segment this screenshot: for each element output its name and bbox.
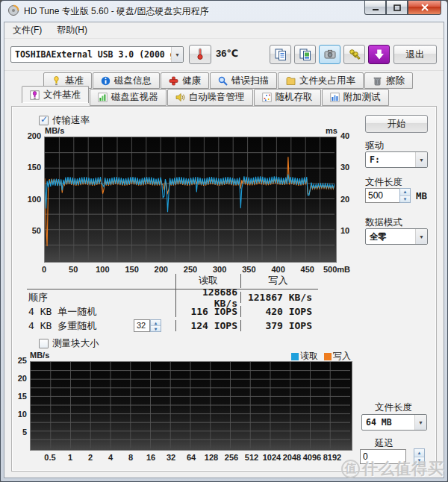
file-length2-label: 文件长度: [375, 401, 412, 414]
minimize-button[interactable]: [364, 1, 386, 15]
close-button[interactable]: [408, 1, 441, 15]
file-benchmark-panel: 传输速率 MB/s ms 200150100504030201005010015…: [11, 106, 437, 472]
tab-label: 擦除: [386, 75, 405, 87]
chart1-ylabel-right: ms: [326, 126, 337, 135]
extra-tests-icon: [330, 93, 340, 102]
tab-disk-info[interactable]: 磁盘信息: [93, 72, 160, 89]
file-length-input[interactable]: [365, 188, 399, 203]
transfer-rate-chart: [44, 137, 337, 263]
watermark-text: 什么值得买: [362, 458, 444, 479]
download-arrow-icon: [373, 48, 386, 61]
magnifier-icon: [218, 76, 228, 86]
menu-item-help[interactable]: 帮助(H): [50, 22, 94, 38]
tab-health[interactable]: 健康: [161, 72, 209, 89]
tab-random-access[interactable]: 随机存取: [254, 89, 321, 106]
stepper-arrows[interactable]: ▲▼: [150, 319, 161, 332]
checkbox-checked-icon: [39, 116, 49, 125]
drive-select[interactable]: TOSHIBAExternal USB 3.0 (2000 gB) ▼: [10, 46, 184, 63]
app-icon: [7, 4, 19, 19]
drive-select-value: TOSHIBAExternal USB 3.0 (2000 gB): [11, 49, 171, 60]
xtick: 100: [86, 265, 119, 274]
write-value: 379 IOPS: [240, 320, 315, 331]
tab-label: 文件基准: [43, 89, 81, 101]
block-size-checkbox[interactable]: 测量块大小: [39, 337, 99, 350]
xtick: 0: [28, 265, 60, 274]
down-arrow-icon[interactable]: ▼: [400, 196, 410, 203]
col-write: 写入: [240, 274, 315, 288]
tab-label: 健康: [182, 75, 201, 87]
row-label: 4 KB 单一随机: [27, 305, 175, 319]
up-arrow-icon[interactable]: ▲: [400, 189, 410, 196]
xtick: 250: [174, 265, 207, 274]
file-length2-select[interactable]: 64 MB ▼: [361, 414, 427, 431]
tab-label: 文件夹占用率: [299, 75, 355, 87]
watermark: 值 什么值得买: [341, 458, 444, 479]
benchmark-icon: [52, 76, 61, 86]
chart2-ylabel: MB/s: [30, 351, 49, 360]
transfer-rate-checkbox[interactable]: 传输速率: [39, 114, 90, 127]
tab-row-back: 基准磁盘信息健康错误扫描文件夹占用率擦除: [43, 72, 414, 89]
tab-error-scan[interactable]: 错误扫描: [210, 72, 277, 89]
ytick-left: 50: [12, 226, 41, 235]
menu-item-file[interactable]: 文件(F): [6, 22, 49, 38]
maximize-button[interactable]: [386, 1, 408, 15]
exit-button[interactable]: 退出: [393, 45, 437, 64]
start-button[interactable]: 开始: [365, 115, 428, 133]
disk-monitor-icon: [98, 93, 108, 102]
results-table: 读取 写入 顺序128686 KB/s121867 KB/s4 KB 单一随机1…: [27, 274, 318, 333]
read-value: 116 IOPS: [175, 306, 240, 317]
legend-swatch: [324, 353, 332, 360]
tab-label: 基准: [65, 75, 84, 87]
copy-image-icon: [299, 48, 312, 61]
download-update-button[interactable]: [368, 45, 390, 64]
serial-keys-button[interactable]: [343, 45, 365, 64]
table-row: 4 KB 多重随机32▲▼124 IOPS379 IOPS: [27, 319, 318, 333]
up-arrow-icon[interactable]: ▲: [414, 449, 424, 457]
stepper-arrows[interactable]: ▲▼: [399, 188, 411, 203]
down-arrow-icon[interactable]: ▼: [151, 326, 161, 331]
tab-row-front: 文件基准磁盘监视器自动噪音管理随机存取附加测试: [22, 89, 390, 106]
tab-disk-monitor[interactable]: 磁盘监视器: [90, 89, 167, 106]
chart1-ylabel-left: MB/s: [45, 126, 64, 135]
target-drive-select[interactable]: F: ▼: [365, 151, 428, 168]
copy-image-button[interactable]: [294, 45, 316, 64]
up-arrow-icon[interactable]: ▲: [151, 320, 161, 326]
temperature-button[interactable]: [189, 45, 211, 64]
ytick-left: 100: [12, 195, 41, 204]
keys-icon: [348, 48, 361, 61]
file-length-label: 文件长度: [365, 176, 402, 189]
window-title: HD Tune 专业版 5.60 - 硬盘/固态硬盘实用程序: [24, 5, 208, 18]
ytick: 10: [12, 410, 27, 419]
ytick-right: 30: [340, 163, 360, 172]
copy-text-icon: [274, 48, 287, 61]
xtick: 400: [262, 265, 295, 274]
xtick: 450: [291, 265, 324, 274]
speaker-icon: [175, 93, 185, 102]
block-size-chart: [30, 361, 352, 451]
drive-label: 驱动: [365, 140, 384, 152]
tab-folder-usage[interactable]: 文件夹占用率: [278, 72, 364, 89]
temperature-value: 36℃: [216, 48, 238, 59]
data-mode-select[interactable]: 全零 ▼: [365, 228, 428, 245]
copy-text-button[interactable]: [270, 45, 291, 64]
xtick: 500mB: [320, 265, 353, 274]
tab-label: 磁盘监视器: [111, 91, 158, 104]
screenshot-camera-button[interactable]: [319, 45, 340, 64]
chevron-down-icon: ▼: [415, 229, 427, 244]
tab-erase[interactable]: 擦除: [364, 72, 413, 89]
ytick-right: 40: [340, 131, 360, 140]
queue-depth-stepper[interactable]: 32▲▼: [134, 319, 161, 332]
table-row: 顺序128686 KB/s121867 KB/s: [27, 290, 318, 304]
ytick: 25: [12, 356, 27, 365]
legend-swatch: [291, 353, 299, 360]
tab-aam[interactable]: 自动噪音管理: [167, 89, 253, 106]
file-benchmark-icon: [30, 90, 40, 100]
row-label: 顺序: [27, 291, 175, 304]
tab-extra-tests[interactable]: 附加测试: [322, 89, 389, 106]
checkbox-unchecked-icon: [39, 339, 49, 348]
tab-file-benchmark[interactable]: 文件基准: [22, 86, 89, 103]
file-length-stepper[interactable]: ▲▼: [365, 188, 411, 203]
tab-label: 附加测试: [343, 91, 381, 104]
folder-icon: [286, 76, 296, 86]
results-table-body: 顺序128686 KB/s121867 KB/s4 KB 单一随机116 IOP…: [27, 290, 318, 333]
